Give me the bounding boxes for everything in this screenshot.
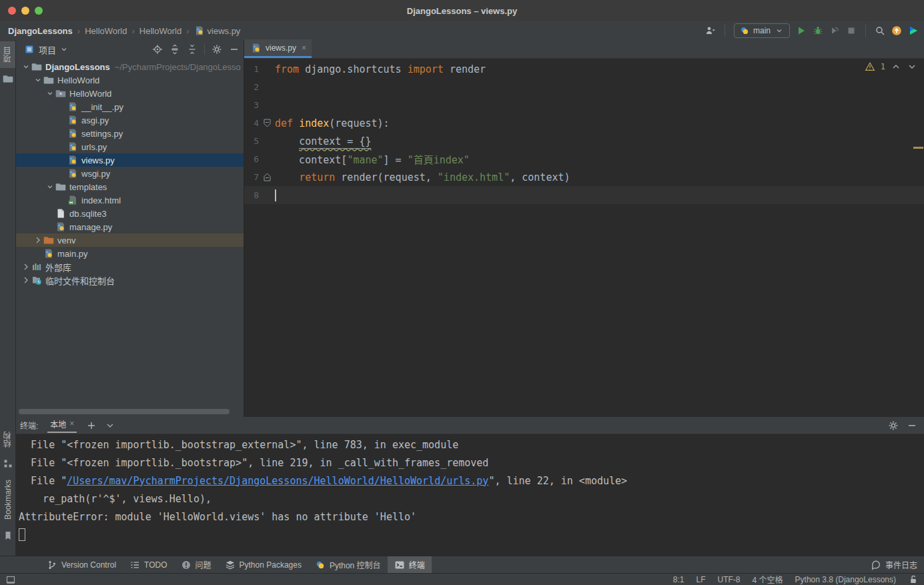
fold-close-icon[interactable] (259, 173, 275, 181)
bookmark-icon[interactable] (3, 530, 13, 541)
tree-item-label: 外部库 (45, 261, 71, 273)
code-line-6[interactable]: 6 context["mane"] = "首頁index" (244, 150, 924, 168)
code-line-2[interactable]: 2 (244, 78, 924, 96)
chevron-down-icon[interactable] (32, 75, 43, 85)
profiler-button-icon[interactable] (829, 25, 840, 36)
close-terminal-tab-icon[interactable]: × (69, 419, 74, 428)
folder-icon[interactable] (3, 73, 13, 84)
status-item[interactable]: 4 个空格 (753, 574, 783, 585)
search-icon[interactable] (875, 25, 885, 36)
code-line-7[interactable]: 7 return render(request, "index.html", c… (244, 168, 924, 186)
chevron-right-icon[interactable] (20, 261, 31, 272)
stop-button-icon[interactable] (846, 25, 857, 36)
close-window-button[interactable] (8, 7, 16, 15)
package-icon (55, 88, 66, 99)
terminal-dropdown-icon[interactable] (105, 420, 115, 431)
terminal-settings-icon[interactable] (888, 420, 899, 431)
chevron-down-icon[interactable] (44, 181, 55, 192)
code-line-5[interactable]: 5 context = {} (244, 132, 924, 150)
next-problem-icon[interactable] (907, 61, 917, 72)
tree-item-templates[interactable]: templates (16, 180, 244, 193)
tree-item-asgi.py[interactable]: asgi.py (16, 113, 244, 127)
fold-open-icon[interactable] (259, 119, 275, 127)
structure-icon[interactable] (3, 458, 13, 469)
line-number: 6 (244, 154, 259, 164)
toolwindow-button-Version-Control[interactable]: Version Control (40, 556, 123, 574)
collapse-all-icon[interactable] (187, 44, 197, 55)
horizontal-scrollbar[interactable] (19, 409, 229, 414)
terminal-line: File "/Users/mav/PycharmProjects/DjangoL… (19, 472, 924, 490)
tree-item-index.html[interactable]: index.html (16, 193, 244, 207)
chevron-right-icon[interactable] (32, 235, 43, 245)
chevron-down-icon[interactable] (20, 61, 31, 72)
settings-icon[interactable] (211, 44, 222, 55)
packages-icon (225, 560, 236, 570)
hide-terminal-icon[interactable] (907, 420, 917, 431)
event-log-button[interactable]: 事件日志 (871, 559, 917, 570)
terminal-file-link[interactable]: /Users/mav/PycharmProjects/DjangoLessons… (67, 475, 488, 487)
tree-item-外部库[interactable]: 外部库 (16, 260, 244, 273)
stripe-button-Bookmarks[interactable]: Bookmarks (1, 474, 15, 525)
breadcrumb-item[interactable]: views.py (194, 25, 241, 36)
tool-window-toggle-icon[interactable] (5, 574, 16, 585)
write-access-lock-icon[interactable] (908, 574, 919, 585)
tree-item-venv[interactable]: venv (16, 233, 244, 247)
run-button-icon[interactable] (796, 25, 807, 36)
inspection-scrollbar-mark[interactable] (913, 147, 923, 149)
toolwindow-button-终端[interactable]: 终端 (388, 556, 432, 574)
tree-item-DjangoLessons[interactable]: DjangoLessons~/PycharmProjects/DjangoLes… (16, 60, 244, 73)
toolwindow-button-Python-Packages[interactable]: Python Packages (218, 556, 308, 574)
project-panel-title[interactable]: 项目 (39, 43, 56, 56)
debug-button-icon[interactable] (813, 25, 823, 36)
tree-item-HelloWorld[interactable]: HelloWorld (16, 73, 244, 87)
tree-item-db.sqlite3[interactable]: db.sqlite3 (16, 207, 244, 220)
pycharm-feature-icon[interactable] (908, 25, 919, 36)
tab-views-py[interactable]: views.py × (244, 39, 312, 58)
code-area[interactable]: 1 1from django.shortcuts import render23… (244, 59, 924, 417)
update-available-icon[interactable] (891, 25, 902, 36)
status-item[interactable]: LF (697, 575, 706, 584)
status-item[interactable]: UTF-8 (718, 575, 741, 584)
stripe-button-项目[interactable]: 项目 (0, 41, 15, 68)
tree-item-临时文件和控制台[interactable]: 临时文件和控制台 (16, 273, 244, 287)
breadcrumb-separator: › (186, 26, 189, 36)
chevron-right-icon[interactable] (20, 275, 31, 285)
code-line-4[interactable]: 4def index(request): (244, 114, 924, 132)
toolwindow-button-Python-控制台[interactable]: Python 控制台 (308, 556, 388, 574)
close-tab-icon[interactable]: × (302, 43, 306, 53)
chevron-down-icon[interactable] (44, 88, 55, 99)
status-item[interactable]: Python 3.8 (DjangoLessons) (795, 575, 896, 584)
tree-item-HelloWorld[interactable]: HelloWorld (16, 87, 244, 100)
breadcrumb-item[interactable]: HelloWorld (85, 26, 127, 36)
breadcrumb-item[interactable]: HelloWorld (139, 26, 181, 36)
tree-item-views.py[interactable]: views.py (16, 153, 244, 167)
run-configuration-select[interactable]: main (734, 23, 790, 38)
status-item[interactable]: 8:1 (673, 575, 684, 584)
terminal-tab-local[interactable]: 本地 × (47, 418, 77, 433)
code-line-3[interactable]: 3 (244, 96, 924, 114)
tree-item-settings.py[interactable]: settings.py (16, 127, 244, 140)
tree-item-manage.py[interactable]: manage.py (16, 220, 244, 233)
prev-problem-icon[interactable] (891, 61, 901, 72)
tree-item-urls.py[interactable]: urls.py (16, 140, 244, 153)
chevron-down-icon[interactable] (59, 44, 69, 55)
user-access-icon[interactable] (705, 25, 716, 36)
toolwindow-button-TODO[interactable]: TODO (123, 556, 173, 574)
tree-item-main.py[interactable]: main.py (16, 247, 244, 260)
terminal-output[interactable]: File "<frozen importlib._bootstrap_exter… (16, 434, 924, 556)
locate-icon[interactable] (152, 44, 163, 55)
project-panel-header: 项目 (16, 40, 244, 59)
hide-panel-icon[interactable] (229, 44, 240, 55)
tree-item-__init__.py[interactable]: __init__.py (16, 100, 244, 113)
minimize-window-button[interactable] (21, 7, 29, 15)
code-line-8[interactable]: 8 (244, 186, 924, 204)
new-terminal-icon[interactable] (86, 420, 97, 431)
tree-item-wsgi.py[interactable]: wsgi.py (16, 167, 244, 180)
expand-all-icon[interactable] (169, 44, 180, 55)
breadcrumb-item[interactable]: DjangoLessons (8, 26, 73, 36)
zoom-window-button[interactable] (35, 7, 43, 15)
stripe-button-结构[interactable]: 结构 (0, 426, 15, 453)
code-line-1[interactable]: 1from django.shortcuts import render (244, 60, 924, 78)
toolwindow-button-问题[interactable]: 问题 (174, 556, 218, 574)
terminal-panel: 终端: 本地 × File "<frozen importlib._bootst… (16, 417, 924, 556)
